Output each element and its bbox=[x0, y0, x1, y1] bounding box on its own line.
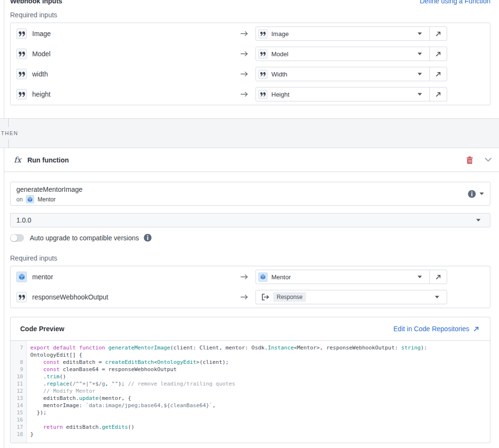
line-number: 17 bbox=[11, 423, 27, 431]
function-required-inputs-box: mentorMentorresponseWebhookOutputRespons… bbox=[10, 266, 490, 308]
arrow-right-icon bbox=[240, 294, 249, 300]
open-parameter-button[interactable] bbox=[429, 270, 447, 284]
code-line: 8 const editsBatch = createEditBatch<Ont… bbox=[11, 359, 490, 366]
input-row: heightHeight bbox=[16, 87, 484, 101]
code-line: 17 return editsBatch.getEdits() bbox=[11, 423, 490, 431]
object-type-badge bbox=[26, 195, 34, 203]
info-icon bbox=[144, 234, 152, 242]
parameter-name: width bbox=[32, 70, 48, 78]
string-icon bbox=[19, 31, 25, 37]
open-parameter-button[interactable] bbox=[429, 26, 447, 41]
line-number: 16 bbox=[11, 416, 27, 423]
mapping-value: Model bbox=[271, 50, 288, 58]
mapping-select[interactable]: Model bbox=[256, 47, 430, 61]
code-line: 12 // Modify Mentor bbox=[11, 387, 490, 395]
object-icon-badge bbox=[16, 272, 27, 282]
code-text: .trim() bbox=[27, 373, 66, 380]
run-function-body: generateMentorImage on Mentor 1.0.0 bbox=[4, 172, 499, 448]
code-line: 10 .trim() bbox=[11, 373, 490, 380]
auto-upgrade-toggle[interactable] bbox=[10, 234, 24, 242]
then-label: THEN bbox=[1, 130, 18, 136]
code-line: OntologyEdit[] { bbox=[11, 351, 490, 359]
code-line: 18} bbox=[11, 431, 490, 438]
mapping-select[interactable]: Image bbox=[256, 26, 430, 41]
run-function-header[interactable]: fx Run function bbox=[4, 148, 499, 172]
collapse-chevron-button[interactable] bbox=[485, 158, 492, 162]
then-divider: THEN bbox=[0, 118, 499, 148]
string-icon bbox=[260, 92, 266, 97]
function-name: generateMentorImage bbox=[16, 186, 83, 193]
arrow-right-icon bbox=[240, 91, 249, 97]
object-type-name: Mentor bbox=[37, 196, 55, 203]
mapping-select[interactable]: Width bbox=[256, 67, 430, 81]
caret-down-icon bbox=[417, 32, 422, 35]
run-function-section: fx Run function generateMentorImage on M… bbox=[4, 148, 499, 448]
mapping-value: Width bbox=[271, 71, 287, 78]
info-icon[interactable] bbox=[468, 190, 476, 198]
code-text bbox=[27, 416, 34, 423]
string-icon bbox=[19, 295, 25, 300]
input-parameter: mentor bbox=[16, 272, 240, 282]
arrow-right-icon bbox=[240, 274, 249, 280]
line-number bbox=[11, 351, 27, 359]
required-inputs-label: Required inputs bbox=[10, 254, 490, 262]
parameter-name: Model bbox=[32, 50, 50, 58]
caret-down-icon bbox=[417, 73, 422, 75]
open-parameter-button[interactable] bbox=[429, 87, 447, 101]
auto-upgrade-row: Auto upgrade to compatible versions bbox=[10, 234, 490, 242]
arrow-right-icon bbox=[240, 31, 249, 37]
info-icon[interactable] bbox=[144, 234, 152, 242]
toggle-knob bbox=[11, 235, 17, 241]
line-number: 10 bbox=[11, 373, 27, 380]
define-using-function-link[interactable]: Define using a Function bbox=[420, 0, 490, 5]
mapping-value-tag: Response bbox=[273, 292, 306, 302]
code-editor[interactable]: 7export default function generateMentorI… bbox=[11, 341, 490, 443]
string-icon bbox=[19, 92, 25, 97]
open-in-new-icon bbox=[435, 51, 441, 57]
string-icon-badge bbox=[16, 89, 27, 100]
string-icon bbox=[19, 72, 25, 77]
mapping-select[interactable]: Height bbox=[256, 87, 430, 101]
caret-down-icon bbox=[417, 73, 422, 75]
string-icon bbox=[260, 32, 266, 36]
mapping-control: Height bbox=[256, 87, 447, 101]
caret-down-icon bbox=[417, 275, 422, 278]
mapping-control: Width bbox=[256, 67, 447, 81]
arrow-right-icon bbox=[240, 91, 248, 97]
arrow-right-icon bbox=[240, 294, 248, 300]
delete-button[interactable] bbox=[466, 156, 473, 164]
connector-line bbox=[8, 139, 9, 148]
webhook-required-inputs-box: ImageImageModelModelwidthWidthheightHeig… bbox=[10, 23, 490, 105]
input-parameter: height bbox=[16, 89, 240, 100]
line-number: 12 bbox=[11, 387, 27, 395]
open-parameter-button[interactable] bbox=[429, 47, 447, 61]
input-row: ModelModel bbox=[16, 47, 484, 61]
edit-in-code-repositories-link[interactable]: Edit in Code Repositories bbox=[393, 325, 479, 333]
input-parameter: width bbox=[16, 69, 240, 79]
caret-down-icon bbox=[435, 296, 439, 299]
line-number: 9 bbox=[11, 366, 27, 373]
mapping-control: Mentor bbox=[256, 270, 447, 284]
string-icon-badge bbox=[16, 28, 27, 39]
chevron-down-icon bbox=[485, 158, 492, 162]
code-preview-card: Code Preview Edit in Code Repositories 7… bbox=[10, 317, 490, 443]
code-text: mentorImage: `data:image/jpeg;base64,${c… bbox=[27, 402, 216, 409]
open-in-new-icon bbox=[435, 71, 441, 77]
caret-down-icon bbox=[435, 296, 439, 299]
caret-down-icon bbox=[417, 52, 422, 55]
version-select[interactable]: 1.0.0 bbox=[10, 213, 490, 227]
arrow-right-icon bbox=[240, 51, 249, 57]
arrow-right-icon bbox=[240, 31, 248, 37]
line-number: 11 bbox=[11, 380, 27, 387]
caret-down-icon bbox=[417, 32, 422, 35]
code-preview-title: Code Preview bbox=[20, 325, 64, 333]
version-value: 1.0.0 bbox=[16, 216, 31, 224]
open-in-new-icon bbox=[473, 326, 479, 332]
input-row: ImageImage bbox=[16, 26, 484, 41]
mapping-select[interactable]: Mentor bbox=[256, 270, 430, 284]
mapping-value: Image bbox=[271, 30, 289, 37]
open-parameter-button[interactable] bbox=[429, 67, 447, 81]
function-picker[interactable]: generateMentorImage on Mentor bbox=[10, 182, 490, 206]
mapping-select[interactable]: Response bbox=[256, 290, 447, 304]
string-icon bbox=[19, 51, 25, 57]
